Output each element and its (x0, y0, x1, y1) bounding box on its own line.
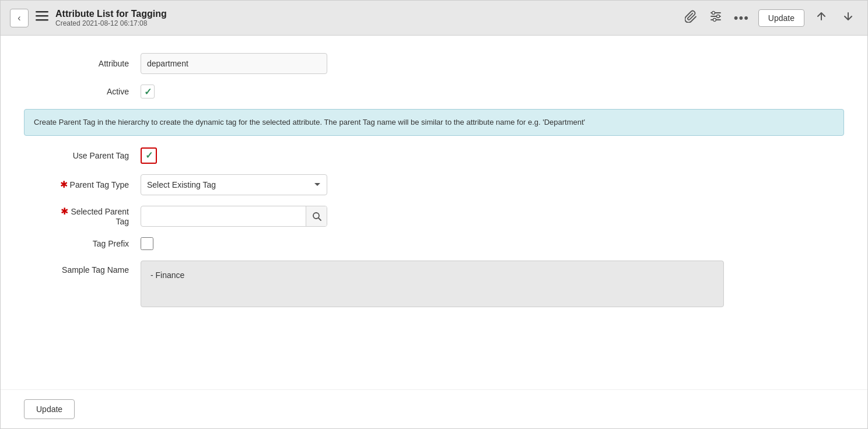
sample-tag-name-label: Sample Tag Name (24, 261, 141, 275)
paperclip-button[interactable] (682, 8, 700, 28)
search-button[interactable] (306, 206, 327, 226)
header-subtitle: Created 2021-08-12 06:17:08 (55, 19, 167, 27)
svg-rect-2 (36, 19, 48, 21)
back-button[interactable]: ‹ (10, 9, 29, 27)
main-content: Attribute Active ✓ Create Parent Tag in … (1, 36, 867, 389)
header-left: ‹ Attribute List for Tagging Created 202… (10, 9, 167, 27)
sliders-button[interactable] (707, 8, 724, 28)
selected-parent-tag-row: ✱ Selected Parent Tag (24, 206, 844, 227)
header-title-block: Attribute List for Tagging Created 2021-… (55, 9, 167, 27)
more-options-button[interactable]: ••• (732, 8, 751, 28)
info-banner-text: Create Parent Tag in the hierarchy to cr… (34, 118, 585, 126)
sample-tag-name-value: - Finance (141, 261, 724, 307)
selected-parent-tag-label-text2: Tag (116, 217, 129, 226)
tag-prefix-row: Tag Prefix (24, 237, 844, 250)
svg-rect-1 (36, 15, 48, 17)
back-icon: ‹ (18, 13, 20, 23)
required-star-1: ✱ (60, 179, 68, 190)
sample-tag-name-text: - Finance (150, 270, 184, 280)
header-title: Attribute List for Tagging (55, 9, 167, 19)
active-checkbox[interactable]: ✓ (141, 85, 155, 99)
dots-icon: ••• (734, 10, 749, 25)
svg-point-6 (712, 12, 715, 15)
active-checkmark: ✓ (144, 86, 152, 97)
svg-point-8 (713, 19, 716, 22)
header-update-button[interactable]: Update (758, 9, 804, 27)
hamburger-icon[interactable] (36, 11, 48, 24)
selected-parent-tag-input[interactable] (141, 209, 306, 223)
required-star-2: ✱ (61, 206, 68, 217)
header-right: ••• Update (682, 8, 858, 28)
parent-tag-type-select[interactable]: Select Existing Tag Create New Tag (141, 174, 327, 195)
use-parent-tag-row: Use Parent Tag ✓ (24, 147, 844, 164)
svg-point-7 (716, 15, 719, 18)
attribute-row: Attribute (24, 53, 844, 74)
sample-tag-name-row: Sample Tag Name - Finance (24, 261, 844, 307)
header: ‹ Attribute List for Tagging Created 202… (1, 1, 867, 36)
arrow-up-button[interactable] (811, 8, 831, 28)
footer-bar: Update (1, 389, 867, 428)
footer-update-button[interactable]: Update (24, 399, 75, 419)
parent-tag-type-label-text: Parent Tag Type (70, 180, 129, 189)
tag-prefix-checkbox[interactable] (141, 237, 153, 250)
selected-parent-tag-search-wrapper (141, 206, 327, 227)
use-parent-tag-label: Use Parent Tag (24, 151, 141, 160)
use-parent-tag-checkmark: ✓ (145, 150, 153, 161)
attribute-input[interactable] (141, 53, 327, 74)
tag-prefix-label: Tag Prefix (24, 239, 141, 248)
active-label: Active (24, 87, 141, 96)
info-banner: Create Parent Tag in the hierarchy to cr… (24, 109, 844, 136)
arrow-down-button[interactable] (838, 8, 858, 28)
parent-tag-type-label: ✱ Parent Tag Type (24, 179, 141, 190)
selected-parent-tag-label-text: Selected Parent (71, 207, 129, 216)
use-parent-tag-checkbox[interactable]: ✓ (141, 147, 157, 164)
svg-line-10 (318, 218, 321, 220)
selected-parent-tag-label: ✱ Selected Parent Tag (24, 206, 141, 226)
svg-rect-0 (36, 11, 48, 13)
parent-tag-type-row: ✱ Parent Tag Type Select Existing Tag Cr… (24, 174, 844, 195)
active-row: Active ✓ (24, 85, 844, 99)
app-container: ‹ Attribute List for Tagging Created 202… (0, 0, 868, 429)
attribute-label: Attribute (24, 59, 141, 68)
